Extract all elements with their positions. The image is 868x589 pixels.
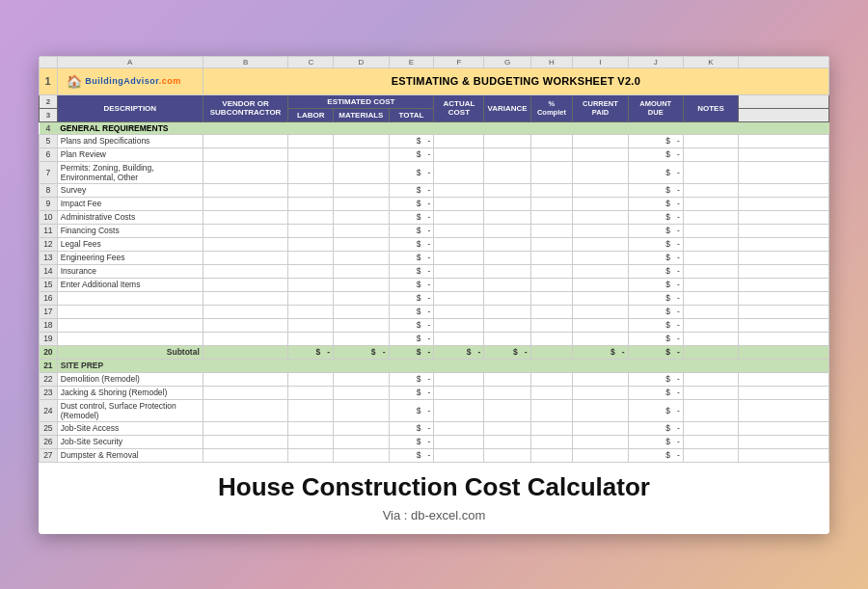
vendor-5 bbox=[203, 134, 288, 147]
table-row: 26 Job-Site Security $ - $ - bbox=[40, 435, 829, 448]
logo-text: BuildingAdvisor.com bbox=[85, 76, 181, 86]
actual-5 bbox=[434, 134, 484, 147]
total-header: TOTAL bbox=[389, 108, 434, 121]
variance-header: VARIANCE bbox=[484, 94, 530, 121]
bottom-section: House Construction Cost Calculator Via :… bbox=[39, 463, 829, 534]
actual-cost-header: ACTUALCOST bbox=[434, 94, 484, 121]
general-requirements-header: 4 GENERAL REQUIREMENTS bbox=[40, 121, 829, 134]
desc-jobsecurity: Job-Site Security bbox=[57, 435, 203, 448]
subtotal-labor: $ - bbox=[288, 345, 334, 359]
table-row: 23 Jacking & Shoring (Remodel) $ - $ - bbox=[40, 386, 829, 399]
materials-7 bbox=[334, 161, 389, 183]
pct-complete-header: %Complet bbox=[530, 94, 573, 121]
subtotal-vendor bbox=[203, 345, 288, 359]
desc-admin: Administrative Costs bbox=[57, 210, 203, 224]
table-row: 18 $ - $ - bbox=[40, 318, 829, 332]
table-row: 5 Plans and Specifications $ - $ - bbox=[40, 134, 829, 147]
labor-header: LABOR bbox=[288, 108, 334, 121]
desc-financing: Financing Costs bbox=[57, 224, 203, 237]
desc-dust: Dust control, Surface Protection(Remodel… bbox=[57, 399, 203, 421]
desc-jobaccess: Job-Site Access bbox=[57, 421, 203, 435]
row-6-num: 6 bbox=[40, 147, 58, 161]
desc-header: DESCRIPTION bbox=[57, 94, 203, 121]
col-i-letter: I bbox=[573, 56, 628, 67]
pct-7 bbox=[530, 161, 573, 183]
logo-cell: 🏠 BuildingAdvisor.com bbox=[57, 67, 203, 94]
main-card: A B C D E F G H I J K 1 🏠 BuildingAdv bbox=[39, 56, 829, 534]
col-b-letter: B bbox=[203, 56, 288, 67]
table-row: 8 Survey $ - $ - bbox=[40, 183, 829, 197]
vendor-header: VENDOR ORSUBCONTRACTOR bbox=[203, 94, 288, 121]
via-credit: Via : db-excel.com bbox=[58, 508, 810, 522]
extra-col bbox=[739, 94, 829, 108]
table-row: 6 Plan Review $ - $ - bbox=[40, 147, 829, 161]
labor-7 bbox=[288, 161, 334, 183]
table-row: 15 Enter Additional Items $ - $ - bbox=[40, 278, 829, 291]
row-7-num: 7 bbox=[40, 161, 58, 183]
row-3-num: 3 bbox=[40, 108, 58, 121]
table-row: 16 $ - $ - bbox=[40, 291, 829, 305]
materials-5 bbox=[334, 134, 389, 147]
estimated-cost-header: ESTIMATED COST bbox=[288, 94, 434, 108]
subtotal-materials: $ - bbox=[334, 345, 389, 359]
row-1-num: 1 bbox=[40, 67, 58, 94]
desc-plans: Plans and Specifications bbox=[57, 134, 203, 147]
table-row: 17 $ - $ - bbox=[40, 305, 829, 318]
subtotal-actual: $ - bbox=[434, 345, 484, 359]
col-g-letter: G bbox=[484, 56, 530, 67]
total-5: $ - bbox=[389, 134, 434, 147]
table-row: 14 Insurance $ - $ - bbox=[40, 264, 829, 278]
desc-permits: Permits: Zoning, Building,Environmental,… bbox=[57, 161, 203, 183]
labor-5 bbox=[288, 134, 334, 147]
desc-insurance: Insurance bbox=[57, 264, 203, 278]
subtotal-extra bbox=[739, 345, 829, 359]
site-prep-label: SITE PREP bbox=[57, 359, 828, 372]
row-2-num: 2 bbox=[40, 94, 58, 108]
subtotal-variance: $ - bbox=[484, 345, 530, 359]
col-f-letter: F bbox=[434, 56, 484, 67]
table-row: 7 Permits: Zoning, Building,Environmenta… bbox=[40, 161, 829, 183]
materials-6 bbox=[334, 147, 389, 161]
general-req-label: GENERAL REQUIREMENTS bbox=[57, 121, 828, 134]
title-row: 1 🏠 BuildingAdvisor.com ESTIMATING & BUD… bbox=[40, 67, 829, 94]
desc-jacking: Jacking & Shoring (Remodel) bbox=[57, 386, 203, 399]
notes-5 bbox=[683, 134, 738, 147]
table-row: 9 Impact Fee $ - $ - bbox=[40, 197, 829, 210]
subtotal-amtdue: $ - bbox=[628, 345, 683, 359]
row-4-num: 4 bbox=[40, 121, 58, 134]
extra-5 bbox=[739, 134, 829, 147]
extra-6 bbox=[739, 147, 829, 161]
vendor-6 bbox=[203, 147, 288, 161]
col-j-letter: J bbox=[628, 56, 683, 67]
amount-due-header: AMOUNTDUE bbox=[628, 94, 683, 121]
variance-7 bbox=[484, 161, 530, 183]
actual-7 bbox=[434, 161, 484, 183]
curpaid-6 bbox=[573, 147, 628, 161]
app-title: ESTIMATING & BUDGETING WORKSHEET V2.0 bbox=[203, 67, 828, 94]
desc-dumpster: Dumpster & Removal bbox=[57, 448, 203, 462]
variance-6 bbox=[484, 147, 530, 161]
amtdue-5: $ - bbox=[628, 134, 683, 147]
table-row: 27 Dumpster & Removal $ - $ - bbox=[40, 448, 829, 462]
col-d-letter: D bbox=[334, 56, 389, 67]
col-num-header bbox=[40, 56, 58, 67]
desc-engineering: Engineering Fees bbox=[57, 251, 203, 264]
actual-6 bbox=[434, 147, 484, 161]
row-21-num: 21 bbox=[40, 359, 58, 372]
subtotal-label: Subtotal bbox=[57, 345, 203, 359]
row-20-num: 20 bbox=[40, 345, 58, 359]
row-5-num: 5 bbox=[40, 134, 58, 147]
desc-survey: Survey bbox=[57, 183, 203, 197]
total-6: $ - bbox=[389, 147, 434, 161]
col-a-letter: A bbox=[57, 56, 203, 67]
pct-6 bbox=[530, 147, 573, 161]
materials-header: MATERIALS bbox=[334, 108, 389, 121]
col-l-letter bbox=[739, 56, 829, 67]
col-headers-row1: 2 DESCRIPTION VENDOR ORSUBCONTRACTOR EST… bbox=[40, 94, 829, 108]
extra-col2 bbox=[739, 108, 829, 121]
extra-7 bbox=[739, 161, 829, 183]
page-title: House Construction Cost Calculator bbox=[58, 472, 810, 502]
spreadsheet-table: A B C D E F G H I J K 1 🏠 BuildingAdv bbox=[39, 56, 829, 463]
notes-7 bbox=[683, 161, 738, 183]
col-k-letter: K bbox=[683, 56, 738, 67]
